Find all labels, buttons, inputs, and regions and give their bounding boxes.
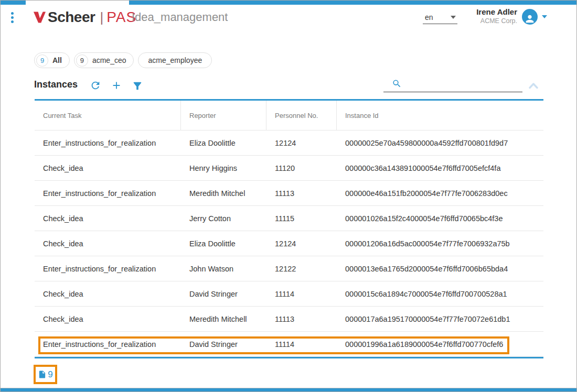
refresh-icon	[90, 80, 101, 91]
search-field[interactable]	[383, 77, 522, 92]
refresh-button[interactable]	[90, 80, 101, 91]
cell-current-task: Enter_instructions_for_realization	[35, 256, 181, 281]
cell-personnel-no: 12124	[266, 130, 337, 155]
search-input[interactable]	[405, 80, 522, 89]
table-row[interactable]: Check_idea Henry Higgins 11120 000000c36…	[35, 156, 543, 181]
cell-instance-id: 000000e46a151fb2000054e7f77fe7006283d0ec	[337, 181, 543, 205]
logo-separator: |	[100, 9, 103, 26]
cell-reporter: Meredith Mitchel	[181, 181, 266, 205]
column-header-instance-id[interactable]: Instance Id	[337, 101, 543, 130]
chip-acme-ceo[interactable]: 9 acme_ceo	[74, 52, 134, 68]
filter-button[interactable]	[132, 80, 143, 92]
cell-instance-id: 000001026a15f2c4000054e7f6ffd70065bc4f3e	[337, 206, 543, 231]
table-row[interactable]: Check_idea Eliza Doolittle 12124 0000012…	[35, 231, 543, 256]
cell-current-task: Enter_instructions_for_realization	[35, 332, 181, 356]
brand-name: Scheer	[48, 9, 95, 26]
role-filter-chips: 9 All 9 acme_ceo acme_employee	[34, 52, 212, 68]
table-row[interactable]: Check_idea David Stringer 11114 0000015c…	[35, 281, 543, 307]
table-row-highlighted[interactable]: Enter_instructions_for_realization David…	[35, 332, 543, 357]
result-count: 9	[48, 369, 52, 380]
app-title: Idea_management	[132, 10, 228, 24]
cell-instance-id: 0000015c6a1894c7000054e7f6ffd700700528a1	[337, 281, 543, 306]
cell-instance-id: 0000013e6a1765d2000054e7f6ffd7006b65bda4	[337, 256, 543, 281]
cell-personnel-no: 11113	[266, 181, 337, 205]
cell-personnel-no: 11120	[266, 156, 337, 180]
table-row[interactable]: Enter_instructions_for_realization John …	[35, 256, 543, 281]
cell-personnel-no: 11114	[266, 332, 337, 356]
cell-reporter: Meredith Mitchell	[181, 307, 266, 331]
user-info: Irene Adler ACME Corp.	[444, 7, 517, 25]
cell-instance-id: 000001206a16d5ac000054e7f77fe7006932a75b	[337, 231, 543, 256]
cell-reporter: Eliza Doolittle	[181, 130, 266, 155]
column-header-personnel-no[interactable]: Personnel No.	[266, 101, 337, 130]
chip-acme-employee-label: acme_employee	[148, 56, 202, 64]
user-name: Irene Adler	[444, 7, 517, 17]
cell-personnel-no: 11113	[266, 307, 337, 331]
cell-personnel-no: 12124	[266, 231, 337, 256]
cell-personnel-no: 11115	[266, 206, 337, 231]
user-organization: ACME Corp.	[444, 17, 517, 25]
instances-table: Current Task Reporter Personnel No. Inst…	[35, 99, 543, 358]
scheer-pas-logo: Scheer | PAS	[33, 8, 136, 27]
document-page-icon	[38, 370, 47, 379]
cell-personnel-no: 12122	[266, 256, 337, 281]
chevron-up-icon	[528, 82, 539, 90]
cell-current-task: Check_idea	[35, 156, 181, 180]
cell-instance-id: 00000025e70a459800000a4592ffd700801fd9d7	[337, 130, 543, 155]
table-header-row: Current Task Reporter Personnel No. Inst…	[35, 101, 543, 130]
chip-all-label: All	[52, 56, 62, 64]
cell-instance-id: 000000c36a143891000054e7f6ffd7005efcf4fa	[337, 156, 543, 180]
cell-reporter: Jerry Cotton	[181, 206, 266, 231]
user-menu-chevron-down-icon[interactable]	[542, 15, 547, 18]
menu-kebab-icon[interactable]	[11, 12, 14, 23]
add-instance-button[interactable]	[111, 80, 122, 91]
table-row[interactable]: Check_idea Meredith Mitchell 11113 00000…	[35, 307, 543, 332]
avatar[interactable]	[522, 9, 538, 25]
chip-all[interactable]: 9 All	[34, 52, 70, 68]
chip-acme-ceo-label: acme_ceo	[92, 56, 126, 64]
chip-acme-employee[interactable]: acme_employee	[138, 52, 212, 68]
cell-reporter: David Stringer	[181, 281, 266, 306]
cell-current-task: Check_idea	[35, 231, 181, 256]
cell-personnel-no: 11114	[266, 281, 337, 306]
section-title: Instances	[34, 79, 78, 90]
table-row[interactable]: Enter_instructions_for_realization Eliza…	[35, 130, 543, 156]
funnel-icon	[132, 80, 143, 92]
collapse-panel-button[interactable]	[528, 82, 539, 90]
language-value: en	[425, 13, 433, 21]
cell-current-task: Check_idea	[35, 307, 181, 331]
cell-reporter: John Watson	[181, 256, 266, 281]
scheer-logo-mark	[33, 10, 46, 24]
app-window: Scheer | PAS Idea_management en Irene Ad…	[0, 0, 577, 392]
top-accent-bar	[129, 1, 576, 5]
cell-instance-id: 000001996a1a6189000054e7f6ffd700770cfef6	[337, 332, 543, 356]
cell-current-task: Enter_instructions_for_realization	[35, 130, 181, 155]
bottom-accent-bar	[1, 388, 576, 391]
column-header-reporter[interactable]: Reporter	[181, 101, 266, 130]
plus-icon	[111, 80, 122, 91]
chip-all-count-badge: 9	[36, 55, 48, 67]
result-count-box[interactable]: 9	[34, 365, 57, 384]
cell-current-task: Enter_instructions_for_realization	[35, 181, 181, 205]
search-icon	[392, 79, 402, 89]
cell-reporter: Eliza Doolittle	[181, 231, 266, 256]
table-row[interactable]: Enter_instructions_for_realization Mered…	[35, 181, 543, 206]
table-row[interactable]: Check_idea Jerry Cotton 11115 000001026a…	[35, 206, 543, 231]
cell-current-task: Check_idea	[35, 206, 181, 231]
cell-current-task: Check_idea	[35, 281, 181, 306]
person-icon	[524, 13, 536, 25]
cell-instance-id: 0000017a6a195170000054e7f77fe70072e61db1	[337, 307, 543, 331]
chip-acme-ceo-count-badge: 9	[76, 55, 88, 67]
cell-reporter: Henry Higgins	[181, 156, 266, 180]
top-accent-bar	[1, 1, 26, 5]
cell-reporter: David Stringer	[181, 332, 266, 356]
column-header-current-task[interactable]: Current Task	[35, 101, 181, 130]
